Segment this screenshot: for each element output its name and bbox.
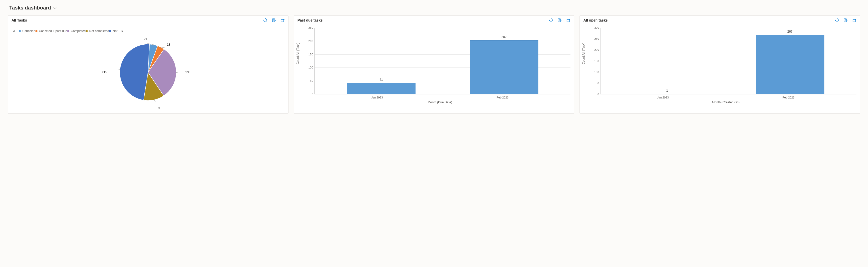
y-tick-label: 50: [596, 82, 599, 85]
legend-label: Not completed: [89, 29, 109, 33]
y-tick-label: 150: [594, 60, 599, 63]
y-tick-label: 250: [308, 26, 313, 29]
bar-value-label: 41: [379, 78, 383, 82]
bar[interactable]: [347, 83, 415, 94]
pie-value-label: 138: [185, 70, 190, 74]
x-tick-label: Feb 2023: [783, 96, 795, 99]
x-axis-label: Month (Due Date): [309, 100, 571, 104]
pie-value-label: 21: [144, 37, 147, 41]
bar[interactable]: [633, 94, 702, 94]
y-tick-label: 200: [308, 39, 313, 42]
bar-column[interactable]: 1: [618, 89, 716, 94]
page-title: Tasks dashboard: [9, 5, 51, 11]
legend-label: Not: [113, 29, 118, 33]
expand-icon[interactable]: [281, 18, 285, 22]
y-axis-label: Count:All (Task): [296, 42, 300, 64]
card-open-tasks: All open tasks Count:All (Task) 05: [580, 16, 860, 114]
cards-row: All Tasks ◄ CanceledCanceled + pas: [8, 16, 860, 114]
card-actions: [549, 18, 570, 22]
y-axis-label: Count:All (Task): [582, 42, 585, 64]
card-header: Past due tasks: [294, 16, 574, 25]
pie-chart[interactable]: 211813853215: [11, 36, 285, 108]
view-records-icon[interactable]: [272, 18, 276, 22]
bar-value-label: 202: [501, 35, 506, 39]
page-header: Tasks dashboard: [8, 3, 860, 16]
x-tick-label: Feb 2023: [497, 96, 508, 99]
pie-slice[interactable]: [120, 44, 150, 100]
y-tick-label: 100: [594, 70, 599, 73]
pie-value-label: 53: [157, 107, 160, 110]
y-tick-label: 100: [308, 66, 313, 69]
legend-swatch-icon: [35, 30, 37, 32]
card-body: ◄ CanceledCanceled + past dueCompletedNo…: [8, 25, 288, 113]
card-body: Count:All (Task) 0501001502002503001267 …: [580, 25, 860, 110]
bar-column[interactable]: 41: [332, 78, 430, 94]
bar-value-label: 267: [787, 30, 793, 33]
pie-value-label: 215: [102, 70, 107, 74]
legend-item[interactable]: Not completed: [86, 29, 109, 33]
legend-prev-icon[interactable]: ◄: [12, 29, 15, 33]
refresh-icon[interactable]: [549, 18, 553, 22]
view-records-icon[interactable]: [558, 18, 562, 22]
card-body: Count:All (Task) 05010015020025041202 Ja…: [294, 25, 574, 110]
pie-value-label: 18: [167, 43, 170, 47]
x-axis-label: Month (Created On): [595, 100, 857, 104]
card-past-due: Past due tasks Count:All (Task) 05: [294, 16, 575, 114]
view-records-icon[interactable]: [844, 18, 848, 22]
card-actions: [263, 18, 285, 22]
bar-chart-open-tasks[interactable]: Count:All (Task) 0501001502002503001267 …: [583, 28, 857, 105]
x-tick-label: Jan 2023: [657, 96, 669, 99]
bar[interactable]: [470, 40, 538, 94]
svg-line-5: [154, 100, 157, 102]
legend-swatch-icon: [86, 30, 88, 32]
x-tick-labels: Jan 2023Feb 2023: [595, 94, 857, 99]
expand-icon[interactable]: [852, 18, 857, 22]
legend-label: Completed: [71, 29, 86, 33]
card-actions: [835, 18, 857, 22]
bar-column[interactable]: 267: [741, 30, 839, 94]
card-title: Past due tasks: [298, 18, 323, 22]
x-tick-labels: Jan 2023Feb 2023: [309, 94, 571, 99]
pie-legend: ◄ CanceledCanceled + past dueCompletedNo…: [11, 28, 285, 36]
legend-label: Canceled: [22, 29, 35, 33]
dashboard-page: Tasks dashboard All Tasks: [0, 0, 868, 121]
card-header: All open tasks: [580, 16, 860, 25]
y-tick-label: 50: [310, 79, 313, 82]
legend-swatch-icon: [67, 30, 69, 32]
y-tick-label: 300: [594, 26, 599, 29]
refresh-icon[interactable]: [263, 18, 267, 22]
legend-item[interactable]: Not: [109, 29, 118, 33]
chevron-down-icon[interactable]: [53, 6, 57, 10]
bar-column[interactable]: 202: [455, 35, 553, 94]
legend-swatch-icon: [19, 30, 21, 32]
y-tick-label: 250: [594, 37, 599, 40]
card-all-tasks: All Tasks ◄ CanceledCanceled + pas: [8, 16, 288, 114]
bar-value-label: 1: [666, 89, 668, 92]
y-tick-label: 0: [312, 93, 313, 96]
legend-swatch-icon: [109, 30, 111, 32]
legend-item[interactable]: Completed: [67, 29, 86, 33]
bar-chart-past-due[interactable]: Count:All (Task) 05010015020025041202 Ja…: [298, 28, 571, 105]
legend-item[interactable]: Canceled: [19, 29, 35, 33]
x-tick-label: Jan 2023: [371, 96, 383, 99]
refresh-icon[interactable]: [835, 18, 839, 22]
card-title: All Tasks: [11, 18, 27, 22]
y-tick-label: 0: [597, 93, 599, 96]
y-tick-label: 200: [594, 48, 599, 51]
legend-item[interactable]: Canceled + past due: [35, 29, 67, 33]
legend-next-icon[interactable]: ►: [121, 29, 124, 33]
card-title: All open tasks: [583, 18, 608, 22]
y-tick-label: 150: [308, 53, 313, 56]
expand-icon[interactable]: [566, 18, 570, 22]
card-header: All Tasks: [8, 16, 288, 25]
bar[interactable]: [756, 35, 825, 94]
legend-label: Canceled + past due: [39, 29, 67, 33]
